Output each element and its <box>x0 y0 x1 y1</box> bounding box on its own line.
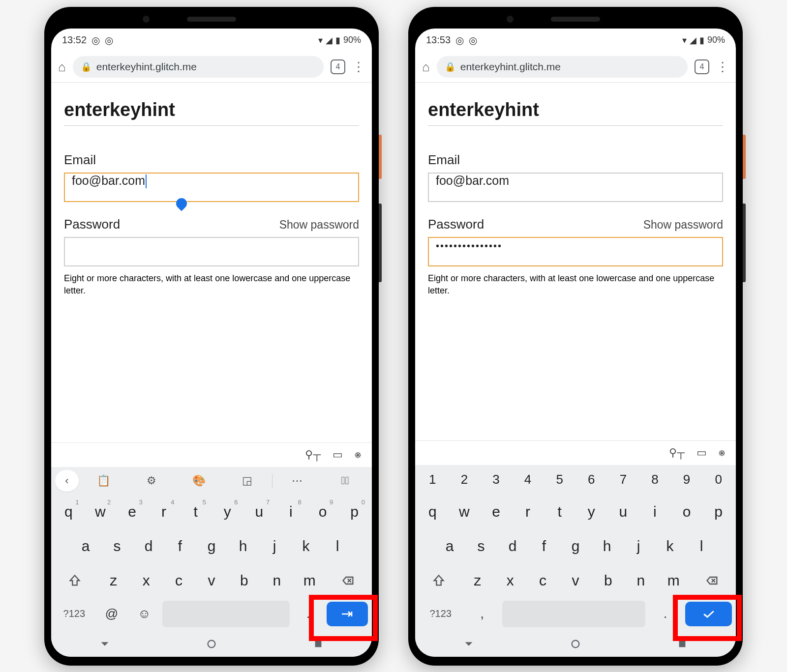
key-u[interactable]: u <box>609 497 638 527</box>
key-a[interactable]: a <box>435 531 464 561</box>
shift-key[interactable] <box>418 565 460 596</box>
key-z[interactable]: z <box>463 565 492 596</box>
nav-recent-icon[interactable] <box>313 639 324 651</box>
backspace-key[interactable] <box>691 565 733 596</box>
home-icon[interactable]: ⌂ <box>58 59 66 75</box>
tab-switcher[interactable]: 4 <box>695 59 709 74</box>
enter-done-key[interactable] <box>685 602 732 626</box>
password-field[interactable] <box>64 237 359 266</box>
key-4[interactable]: 4 <box>514 467 543 493</box>
key-a[interactable]: a <box>71 531 100 561</box>
key-5[interactable]: 5 <box>545 467 574 493</box>
key-q[interactable]: q1 <box>54 497 83 527</box>
key-j[interactable]: j <box>260 531 289 561</box>
key-n[interactable]: n <box>262 565 292 596</box>
key-n[interactable]: n <box>626 565 656 596</box>
key-h[interactable]: h <box>593 531 621 561</box>
key-d[interactable]: d <box>498 531 527 561</box>
key-p[interactable]: p <box>704 497 733 527</box>
key-e[interactable]: e <box>482 497 511 527</box>
key-8[interactable]: 8 <box>640 467 669 493</box>
key-t[interactable]: t5 <box>181 497 210 527</box>
nav-home-icon[interactable] <box>570 639 581 651</box>
key-v[interactable]: v <box>197 565 226 596</box>
key-3[interactable]: 3 <box>482 467 511 493</box>
key-r[interactable]: r4 <box>150 497 179 527</box>
enter-next-key[interactable] <box>327 602 368 626</box>
show-password-toggle[interactable]: Show password <box>643 218 723 232</box>
key-1[interactable]: 1 <box>418 467 447 493</box>
email-field[interactable]: foo@bar.com <box>428 173 723 202</box>
key-f[interactable]: f <box>166 531 194 561</box>
period-key[interactable]: . <box>649 601 682 627</box>
key-s[interactable]: s <box>103 531 131 561</box>
location-icon[interactable]: ⎈ <box>719 446 725 459</box>
key-g[interactable]: g <box>561 531 590 561</box>
kb-back-icon[interactable]: ‹ <box>55 470 79 492</box>
key-w[interactable]: w <box>450 497 479 527</box>
nav-recent-icon[interactable] <box>677 639 688 651</box>
key-b[interactable]: b <box>593 565 623 596</box>
clipboard-icon[interactable]: 📋 <box>81 470 126 492</box>
key-0[interactable]: 0 <box>704 467 733 493</box>
period-key[interactable]: . <box>294 601 322 627</box>
location-icon[interactable]: ⎈ <box>355 448 361 461</box>
more-icon[interactable]: ⋯ <box>274 470 320 492</box>
key-7[interactable]: 7 <box>609 467 638 493</box>
home-icon[interactable]: ⌂ <box>422 59 430 75</box>
nav-home-icon[interactable] <box>206 639 217 651</box>
shift-key[interactable] <box>54 565 96 596</box>
card-icon[interactable]: ▭ <box>696 446 707 459</box>
key-x[interactable]: x <box>495 565 525 596</box>
emoji-key[interactable]: ☺ <box>130 601 158 627</box>
key-k[interactable]: k <box>656 531 684 561</box>
mic-off-icon[interactable]: 🎙̸ <box>322 470 368 492</box>
key-icon[interactable]: ⚲┬ <box>305 448 321 461</box>
key-l[interactable]: l <box>323 531 352 561</box>
comma-key[interactable]: , <box>466 601 498 627</box>
gear-icon[interactable]: ⚙ <box>128 470 174 492</box>
space-key[interactable] <box>162 601 290 627</box>
key-k[interactable]: k <box>292 531 320 561</box>
key-d[interactable]: d <box>134 531 163 561</box>
backspace-key[interactable] <box>327 565 369 596</box>
email-field[interactable]: foo@bar.com <box>64 173 359 202</box>
key-t[interactable]: t <box>545 497 574 527</box>
url-bar[interactable]: 🔒 enterkeyhint.glitch.me <box>437 56 688 78</box>
key-j[interactable]: j <box>624 531 653 561</box>
symbols-key[interactable]: ?123 <box>419 601 462 627</box>
key-u[interactable]: u7 <box>245 497 274 527</box>
menu-icon[interactable]: ⋮ <box>352 60 365 73</box>
key-h[interactable]: h <box>229 531 257 561</box>
key-m[interactable]: m <box>295 565 324 596</box>
menu-icon[interactable]: ⋮ <box>716 60 729 73</box>
onehanded-icon[interactable]: ◲ <box>224 470 270 492</box>
key-v[interactable]: v <box>561 565 590 596</box>
key-2[interactable]: 2 <box>450 467 479 493</box>
key-s[interactable]: s <box>467 531 495 561</box>
url-bar[interactable]: 🔒 enterkeyhint.glitch.me <box>73 56 324 78</box>
key-f[interactable]: f <box>530 531 558 561</box>
palette-icon[interactable]: 🎨 <box>176 470 222 492</box>
key-r[interactable]: r <box>514 497 543 527</box>
key-o[interactable]: o <box>672 497 701 527</box>
key-g[interactable]: g <box>197 531 226 561</box>
key-i[interactable]: i <box>640 497 669 527</box>
key-q[interactable]: q <box>418 497 447 527</box>
space-key[interactable] <box>502 601 645 627</box>
key-6[interactable]: 6 <box>577 467 606 493</box>
show-password-toggle[interactable]: Show password <box>279 218 359 232</box>
key-z[interactable]: z <box>99 565 128 596</box>
key-x[interactable]: x <box>131 565 161 596</box>
key-o[interactable]: o9 <box>308 497 337 527</box>
key-l[interactable]: l <box>687 531 716 561</box>
nav-back-icon[interactable] <box>99 639 110 651</box>
key-9[interactable]: 9 <box>672 467 701 493</box>
key-c[interactable]: c <box>164 565 193 596</box>
key-b[interactable]: b <box>229 565 259 596</box>
key-i[interactable]: i8 <box>276 497 305 527</box>
key-c[interactable]: c <box>528 565 557 596</box>
key-w[interactable]: w2 <box>86 497 115 527</box>
key-e[interactable]: e3 <box>118 497 147 527</box>
key-m[interactable]: m <box>659 565 688 596</box>
